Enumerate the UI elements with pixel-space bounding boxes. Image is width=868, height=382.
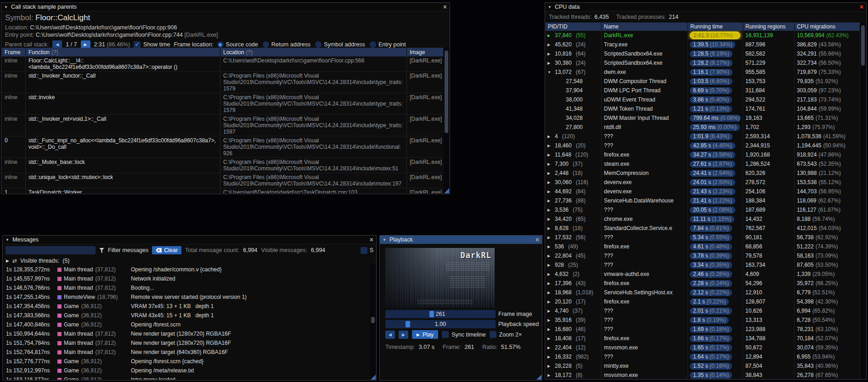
expand-arrow-icon[interactable]: ▶	[547, 309, 552, 313]
message-row[interactable]: 1s 151,754,784ns Main thread (37,812) Ne…	[3, 338, 370, 348]
close-icon[interactable]: ×	[443, 4, 447, 10]
cpu-table-row[interactable]: 27,548 DWM Compositor Thread 1:03.5 (6.6…	[546, 77, 860, 86]
cpu-table-header[interactable]: PID/TID Name Running time Running region…	[546, 22, 860, 31]
callstack-table-row[interactable]: inline std::_Mutex_base::lock C:\Program…	[2, 158, 444, 173]
expand-arrow-icon[interactable]: ▶	[547, 291, 552, 295]
play-button[interactable]: ▶ Play	[412, 330, 438, 339]
cpu-table-row[interactable]: ▶ 45,620 (24) Tracy.exe 1:39.5 (10.34%) …	[546, 40, 860, 49]
message-row[interactable]: 1s 153,116,377ns Game (36,912) Intro men…	[3, 375, 370, 380]
callstack-table-row[interactable]: inline Floor::CalcLight::__l4::<lambda_5…	[2, 56, 444, 72]
function-column-header[interactable]: Function(?)	[26, 48, 220, 56]
expand-arrow-icon[interactable]: ▶	[547, 263, 552, 267]
step-back-button[interactable]: ◀	[385, 331, 395, 339]
message-row[interactable]: 1s 152,912,997ns Game (36,912) Opening /…	[3, 366, 370, 375]
cpu-table-row[interactable]: ▶ 22,404 (12) msvsmon.exe 1.65 s (0.17%)…	[546, 343, 860, 352]
cpu-table-row[interactable]: ▶ 7,300 (37) steam.exe 27.61 s (2.87%) 1…	[546, 159, 860, 169]
frame-image-slider[interactable]: 261	[385, 310, 496, 318]
cpu-table-row[interactable]: ▶ 16,332 (982) ??? 1.64 s (0.17%) 12,894…	[546, 352, 860, 361]
message-row[interactable]: 1s 150,994,644ns Main thread (37,812) Ne…	[3, 329, 370, 338]
clear-button[interactable]: × Clear	[152, 246, 181, 254]
cpu-table-row[interactable]: ▶ 17,532 (56) ??? 5.34 s (0.55%) 90,181 …	[546, 233, 860, 242]
cpu-scrollbar[interactable]	[860, 22, 866, 379]
cpu-table-row[interactable]: ▶ 928 (25) ??? 3.34 s (0.35%) 163,734 87…	[546, 260, 860, 270]
expand-arrow-icon[interactable]: ▶	[547, 199, 552, 203]
close-icon[interactable]: ×	[860, 4, 863, 10]
location-column-header[interactable]: Location(?)	[220, 48, 407, 56]
callstack-table-row[interactable]: inline std::_Invoker_ret<void,1>::_Call …	[2, 115, 444, 136]
callstack-table-row[interactable]: inline std::unique_lock<std::mutex>::loc…	[2, 173, 444, 188]
cpu-table-row[interactable]: ▶ 2,448 (18) MemCompression 24.41 s (2.5…	[546, 169, 860, 178]
cpu-table-row[interactable]: ▶ 35,916 (39) ??? 1.8 s (0.19%) 13,313 6…	[546, 315, 860, 325]
message-row[interactable]: 1s 147,255,145ns RemoteView (18,796) Rem…	[3, 292, 370, 302]
cpu-table-row[interactable]: ▼ 13,072 (67) dwm.exe 1:16.1 (7.90%) 955…	[546, 67, 860, 77]
cpu-migrations-column-header[interactable]: CPU migrations	[795, 22, 860, 31]
cpu-titlebar[interactable]: ▼ CPU data ×	[545, 3, 866, 11]
cpu-table-row[interactable]: ▶ 11,648 (120) firefox.exe 34.27 s (3.56…	[546, 150, 860, 159]
callstack-titlebar[interactable]: ▼ Call stack sample parents ×	[1, 3, 450, 11]
cpu-table-row[interactable]: ▶ 3,536 (75) ??? 20.05 s (2.08%) 187,689…	[546, 205, 860, 214]
collapse-icon[interactable]: ▼	[383, 238, 386, 242]
cpu-table-row[interactable]: ▶ 18,408 (17) firefox.exe 1.66 s (0.17%)…	[546, 334, 860, 343]
visible-threads-row[interactable]: ▶ ⇄ Visible threads: (5)	[3, 256, 376, 265]
frame-location-radio[interactable]: Source code	[217, 41, 258, 48]
message-row[interactable]: 1s 128,355,272ns Main thread (37,812) Op…	[3, 265, 370, 274]
cpu-table-row[interactable]: 37,904 DWM LPC Port Thread 6.69 s (0.70%…	[546, 86, 860, 95]
expand-arrow-icon[interactable]: ▼	[547, 70, 552, 74]
expand-arrow-icon[interactable]: ▶	[547, 254, 552, 258]
expand-arrow-icon[interactable]: ▶	[547, 208, 552, 212]
collapse-icon[interactable]: ▼	[4, 5, 8, 9]
expand-arrow-icon[interactable]: ▶	[547, 355, 552, 359]
zoom-2x-checkbox[interactable]: Zoom 2×	[490, 331, 522, 338]
frame-column-header[interactable]: Frame	[2, 48, 26, 56]
cpu-table-row[interactable]: ▶ 28,228 (5) mintty.exe 1.52 s (0.16%) 8…	[546, 361, 860, 371]
tree-expand-icon[interactable]: ▶	[6, 258, 9, 263]
playback-speed-slider[interactable]: 1.00	[385, 320, 496, 328]
collapse-icon[interactable]: ▼	[548, 5, 552, 9]
pid-column-header[interactable]: PID/TID	[546, 22, 602, 31]
running-regions-column-header[interactable]: Running regions	[743, 22, 795, 31]
cpu-table-row[interactable]: ▶ 8,628 (18) StandardCollector.Service.e…	[546, 224, 860, 233]
messages-scrollbar[interactable]	[370, 265, 376, 380]
sync-timeline-checkbox[interactable]: Sync timeline	[442, 331, 485, 338]
message-row[interactable]: 1s 147,400,846ns Game (36,912) Opening /…	[3, 320, 370, 329]
expand-arrow-icon[interactable]: ▶	[547, 236, 552, 240]
resize-grip[interactable]	[444, 188, 449, 193]
cpu-table-row[interactable]: ▶ 22,804 (45) ??? 3.78 s (0.39%) 79,578 …	[546, 251, 860, 260]
message-row[interactable]: 1s 146,576,766ns Main thread (37,812) Bo…	[3, 283, 370, 292]
cpu-table-row[interactable]: ▶ 18,172 (8) msvsmon.exe 1.35 s (0.14%) …	[546, 371, 860, 379]
cpu-table-row[interactable]: 34,028 DWM Master Input Thread 799.64 ms…	[546, 113, 860, 123]
expand-arrow-icon[interactable]: ▶	[547, 171, 552, 175]
expand-arrow-icon[interactable]: ▶	[547, 226, 552, 230]
running-time-column-header[interactable]: Running time	[688, 22, 743, 31]
messages-titlebar[interactable]: ▼ Messages ×	[3, 236, 376, 244]
expand-arrow-icon[interactable]: ▶	[547, 153, 552, 157]
cpu-table-row[interactable]: 27,800 ntdll.dll 25.93 ms (0.00%) 1,702 …	[546, 123, 860, 132]
step-forward-button[interactable]: ▶	[399, 331, 408, 339]
name-column-header[interactable]: Name	[602, 22, 688, 31]
callstack-scrollbar[interactable]	[444, 48, 449, 193]
cpu-table-row[interactable]: ▶ 4,740 (37) ??? 2.01 s (0.21%) 10,626 6…	[546, 306, 860, 315]
cpu-table-row[interactable]: 38,000 uDWM Event Thread 3.86 s (0.40%) …	[546, 95, 860, 104]
show-time-checkbox[interactable]: ✓ Show time	[134, 41, 170, 48]
cpu-table-row[interactable]: 41,348 DWM Token Thread 1.21 s (0.13%) 1…	[546, 104, 860, 113]
playback-titlebar[interactable]: ▼ Playback ×	[380, 236, 542, 244]
cpu-table-row[interactable]: ▶ 44,692 (84) devenv.exe 21.43 s (2.23%)…	[546, 187, 860, 196]
message-row[interactable]: 1s 152,764,817ns Main thread (37,812) Ne…	[3, 348, 370, 357]
expand-arrow-icon[interactable]: ▶	[547, 373, 552, 377]
expand-arrow-icon[interactable]: ▶	[547, 217, 552, 221]
clipped-checkbox[interactable]: S	[361, 247, 373, 254]
expand-arrow-icon[interactable]: ▶	[547, 43, 552, 47]
frame-location-radio[interactable]: Return address	[263, 41, 310, 48]
expand-arrow-icon[interactable]: ▶	[547, 272, 552, 276]
callstack-table-row[interactable]: 0 std::_Func_impl_no_alloc<<lambda_5bc22…	[2, 136, 444, 158]
callstack-table-row[interactable]: inline std::_Invoker_functor::_Call C:\P…	[2, 72, 444, 93]
expand-arrow-icon[interactable]: ▶	[547, 190, 552, 194]
filter-input[interactable]	[6, 246, 96, 254]
callstack-table-row[interactable]: inline std::invoke C:\Program Files (x86…	[2, 93, 444, 115]
cpu-table-row[interactable]: ▶ 18,460 (20) ??? 42.85 s (4.45%) 2,344,…	[546, 141, 860, 150]
expand-arrow-icon[interactable]: ▶	[547, 281, 552, 286]
message-row[interactable]: 1s 147,354,456ns Game (36,912) VRAM 37x4…	[3, 302, 370, 311]
resize-grip[interactable]	[536, 375, 541, 380]
cpu-table-row[interactable]: ▶ 10,816 (64) ScriptedSandbox64.exe 1:28…	[546, 49, 860, 58]
expand-arrow-icon[interactable]: ▶	[547, 162, 552, 166]
